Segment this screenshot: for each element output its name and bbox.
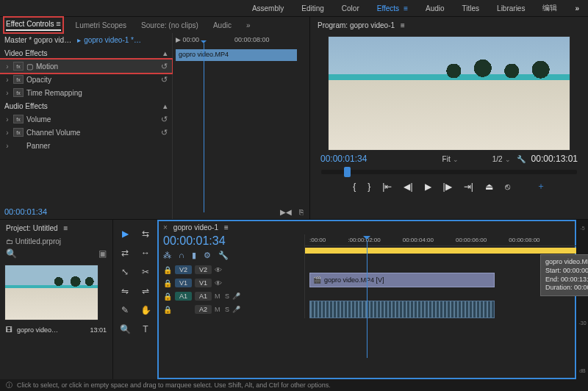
wrench-icon[interactable]: 🔧 [218, 251, 229, 260]
marker-icon[interactable]: ▮ [192, 251, 196, 260]
add-btn-icon[interactable]: ＋ [537, 180, 545, 193]
video-clip[interactable]: 🎬 gopro video.MP4 [V] [309, 273, 495, 287]
lock-icon[interactable]: 🔒 [163, 293, 172, 301]
razor-tool-icon[interactable]: ✂ [142, 267, 149, 277]
lock-icon[interactable]: 🔒 [163, 306, 172, 314]
lock-icon[interactable]: 🔒 [163, 266, 172, 274]
ws-audio[interactable]: Audio [426, 4, 445, 12]
panel-menu-icon[interactable]: ≡ [56, 19, 60, 28]
solo-icon[interactable]: S [225, 306, 229, 313]
track-v2[interactable]: 🔒 V2 V2 👁 [163, 263, 298, 276]
ec-motion-row[interactable]: › fx ▢ Motion ↺ [0, 60, 172, 73]
collapse-up-icon[interactable]: ▴ [163, 49, 168, 58]
zoom-fit-dropdown[interactable]: Fit [442, 155, 459, 163]
ws-effects-menu-icon[interactable]: ≡ [404, 4, 408, 12]
tab-source[interactable]: Source: (no clips) [141, 21, 198, 29]
settings-wrench-icon[interactable]: 🔧 [517, 155, 526, 163]
left-tabs-overflow-icon[interactable]: » [246, 21, 251, 29]
timeline-playhead[interactable] [367, 240, 368, 358]
tab-audio[interactable]: Audic [213, 21, 232, 29]
ec-playhead[interactable] [204, 43, 204, 212]
tab-lumetri-scopes[interactable]: Lumetri Scopes [76, 21, 126, 29]
program-tc-current[interactable]: 00:00:01:34 [320, 154, 367, 164]
audio-clip[interactable] [309, 301, 495, 318]
ec-clip-bar[interactable]: gopro video.MP4 [176, 49, 297, 61]
eye-icon[interactable]: 👁 [215, 266, 222, 274]
program-playhead[interactable] [344, 167, 351, 177]
resolution-dropdown[interactable]: 1/2 [492, 155, 511, 163]
clip-thumbnail[interactable] [4, 265, 98, 320]
track-patch-badge[interactable]: V2 [195, 265, 212, 274]
ec-sequence-dropdown[interactable]: gopro video-1 *… [84, 36, 141, 44]
track-a1[interactable]: 🔒 A1 A1 M S 🎤 [163, 290, 298, 303]
tab-effect-controls[interactable]: Effect Controls ≡ [6, 19, 61, 31]
motion-bbox-icon[interactable]: ▢ [26, 62, 33, 71]
pen-tool-icon[interactable]: ✎ [121, 305, 129, 315]
mute-icon[interactable]: M [215, 306, 222, 313]
tab-program[interactable]: Program: gopro video-1 [318, 21, 395, 29]
track-v1[interactable]: 🔒 V1 V1 👁 [163, 276, 298, 290]
reset-icon[interactable]: ↺ [161, 75, 168, 85]
lock-icon[interactable]: 🔒 [163, 279, 172, 287]
slip-tool-icon[interactable]: ⇋ [121, 286, 129, 296]
hand-tool-icon[interactable]: ✋ [140, 305, 151, 315]
mark-out-icon[interactable]: } [368, 182, 370, 192]
ec-timecode[interactable]: 00:00:01:34 [0, 204, 172, 219]
timeline-tracks-area[interactable]: :00:00 :00:00:02:00 00:00:04:00 00:00:06… [304, 234, 576, 318]
collapse-up-icon[interactable]: ▴ [163, 101, 168, 111]
ec-panner-row[interactable]: › fx Panner [0, 139, 172, 152]
reset-icon[interactable]: ↺ [161, 128, 168, 137]
track-select-tool-icon[interactable]: ⇆ [142, 229, 149, 239]
ec-volume-row[interactable]: › fx Volume ↺ [0, 112, 172, 126]
ws-assembly[interactable]: Assembly [252, 4, 284, 12]
export-frame-icon[interactable]: ⎘ [299, 208, 304, 216]
timeline-ruler[interactable]: :00:00 :00:00:02:00 00:00:04:00 00:00:06… [305, 234, 576, 246]
eye-icon[interactable]: 👁 [215, 279, 222, 287]
fx-badge-icon[interactable]: fx [13, 62, 24, 71]
ripple-tool-icon[interactable]: ⇄ [121, 248, 129, 258]
ec-video-effects-header[interactable]: Video Effects ▴ [0, 46, 172, 60]
ws-color[interactable]: Color [342, 4, 359, 12]
panel-menu-icon[interactable]: ≡ [64, 224, 68, 232]
ws-edit-cn[interactable]: 编辑 [542, 3, 557, 13]
mark-in-icon[interactable]: { [353, 182, 356, 192]
ws-libraries[interactable]: Libraries [497, 4, 525, 12]
fx-badge-icon[interactable]: fx [13, 115, 24, 123]
voice-icon[interactable]: 🎤 [232, 293, 240, 300]
go-out-icon[interactable]: ⇥| [464, 182, 473, 192]
expand-icon[interactable]: › [4, 62, 10, 71]
program-monitor[interactable] [328, 36, 570, 151]
work-area-bar[interactable] [305, 248, 576, 254]
ec-channelvolume-row[interactable]: › fx Channel Volume ↺ [0, 126, 172, 139]
rate-stretch-tool-icon[interactable]: ⤡ [121, 267, 129, 277]
tab-project[interactable]: Project: Untitled [6, 224, 58, 232]
track-src-badge[interactable]: A1 [175, 292, 192, 301]
solo-icon[interactable]: S [225, 293, 229, 300]
filter-icon[interactable]: ▣ [98, 248, 107, 259]
step-back-icon[interactable]: ◀| [404, 182, 412, 192]
lift-icon[interactable]: ⏏ [485, 182, 493, 192]
reset-icon[interactable]: ↺ [161, 115, 168, 124]
type-tool-icon[interactable]: T [143, 324, 148, 334]
search-icon[interactable]: 🔍 [6, 248, 17, 259]
extract-icon[interactable]: ⎋ [505, 182, 510, 192]
ws-editing[interactable]: Editing [301, 4, 324, 12]
rolling-tool-icon[interactable]: ↔ [141, 248, 150, 258]
fx-badge-icon[interactable]: fx [13, 88, 24, 97]
panel-menu-icon[interactable]: ≡ [401, 21, 405, 29]
track-a2[interactable]: 🔒 A1 A2 M S 🎤 [163, 303, 298, 316]
tab-sequence[interactable]: gopro video-1 [173, 223, 218, 232]
track-patch-badge[interactable]: V1 [195, 279, 212, 287]
track-src-badge[interactable]: V2 [175, 265, 192, 274]
effect-controls-timeline[interactable]: ▶ 00:00 00:00:08:00 gopro video.MP4 ▶◀ ⎘ [173, 33, 309, 219]
ws-overflow-icon[interactable]: » [575, 4, 579, 12]
play-icon[interactable]: ▶ [425, 182, 431, 192]
ec-opacity-row[interactable]: › fx Opacity ↺ [0, 73, 172, 86]
zoom-tool-icon[interactable]: 🔍 [120, 324, 131, 334]
voice-icon[interactable]: 🎤 [232, 306, 240, 313]
fx-badge-icon[interactable]: fx [13, 128, 24, 137]
program-scrubber[interactable] [321, 170, 577, 174]
panel-menu-icon[interactable]: ≡ [224, 223, 229, 232]
shuttle-icon[interactable]: ▶◀ [280, 208, 292, 216]
timeline-timecode[interactable]: 00:00:01:34 [163, 234, 298, 248]
